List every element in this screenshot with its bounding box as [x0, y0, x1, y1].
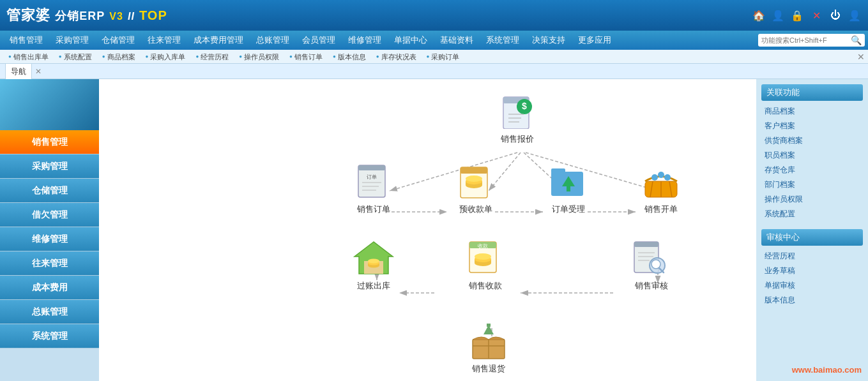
xsshoukuan-icon: 收款: [463, 239, 508, 277]
svg-rect-38: [567, 186, 570, 191]
tab-purchase-inbound[interactable]: 采购入库单: [141, 50, 191, 64]
tab-system-config[interactable]: 系统配置: [54, 50, 97, 64]
panel-section-audit-title: 审核中心: [761, 229, 863, 246]
nav-transactions[interactable]: 往来管理: [141, 31, 187, 50]
sidebar-top-decoration: [0, 79, 99, 130]
svg-text:订单: 订单: [367, 174, 377, 180]
flow-item-xskaidan[interactable]: 销售开单: [632, 162, 690, 215]
panel-section-related-title: 关联功能: [761, 84, 863, 101]
xskaidan-icon: [639, 162, 683, 200]
svg-rect-71: [487, 324, 491, 327]
panel-link-dept-file[interactable]: 部门档案: [761, 177, 863, 192]
nav-member[interactable]: 会员管理: [296, 31, 342, 50]
svg-point-2: [48, 82, 93, 114]
search-input[interactable]: [761, 36, 851, 44]
panel-link-version-info[interactable]: 版本信息: [761, 293, 863, 308]
flow-item-guozhangchuku[interactable]: 过账出库: [345, 239, 402, 292]
panel-link-draft[interactable]: 业务草稿: [761, 264, 863, 278]
nav-purchase[interactable]: 采购管理: [49, 31, 95, 50]
flow-item-xstuihuo[interactable]: 销售退货: [460, 322, 517, 375]
svg-point-43: [651, 174, 658, 181]
header-icons: 🏠 👤 🔒 ✕ ⏻ 👤: [752, 8, 862, 22]
nav-sales[interactable]: 销售管理: [3, 31, 49, 50]
sidebar-item-transactions[interactable]: 往来管理: [0, 251, 99, 276]
nav-label-tab[interactable]: 导航: [5, 62, 32, 80]
guozhangchuku-label: 过账出库: [357, 280, 390, 292]
panel-link-supplier-file[interactable]: 供货商档案: [761, 133, 863, 148]
flow-item-xsshoukuan[interactable]: 收款 销售收款: [457, 239, 514, 292]
nav-more[interactable]: 更多应用: [572, 31, 618, 50]
person-icon[interactable]: 👤: [771, 8, 785, 22]
sidebar-menu: 销售管理 采购管理 仓储管理 借欠管理 维修管理 往来管理 成本费用 总账管理 …: [0, 130, 99, 348]
sidebar-item-system[interactable]: 系统管理: [0, 324, 99, 348]
panel-link-history[interactable]: 经营历程: [761, 249, 863, 264]
sidebar-item-debt[interactable]: 借欠管理: [0, 203, 99, 227]
sidebar-item-ledger[interactable]: 总账管理: [0, 300, 99, 324]
panel-link-staff-file[interactable]: 职员档案: [761, 148, 863, 163]
sidebar-item-warehouse[interactable]: 仓储管理: [0, 179, 99, 203]
tab-stock-status[interactable]: 库存状况表: [371, 50, 422, 64]
flow-item-dingdanshouli[interactable]: 订单受理: [540, 162, 597, 215]
panel-link-operator-permissions[interactable]: 操作员权限: [761, 192, 863, 207]
tab-purchase-order[interactable]: 采购订单: [422, 50, 465, 64]
left-sidebar: 销售管理 采购管理 仓储管理 借欠管理 维修管理 往来管理 成本费用 总账管理 …: [0, 79, 99, 381]
sidebar-item-repair[interactable]: 维修管理: [0, 227, 99, 251]
nav-label-bar: 导航 ✕: [0, 64, 868, 79]
nav-warehouse[interactable]: 仓储管理: [95, 31, 141, 50]
nav-label-close[interactable]: ✕: [35, 64, 42, 79]
svg-point-51: [368, 259, 379, 264]
flow-item-yukuandan[interactable]: 预收款单: [447, 162, 505, 215]
power-icon[interactable]: ⏻: [828, 8, 842, 22]
tab-sales-outbound[interactable]: 销售出库单: [3, 50, 54, 64]
flow-item-xsdindan[interactable]: 订单 销售订单: [345, 162, 402, 215]
nav-cost[interactable]: 成本费用管理: [187, 31, 250, 50]
panel-link-customer-file[interactable]: 客户档案: [761, 119, 863, 133]
panel-link-warehouse[interactable]: 存货仓库: [761, 163, 863, 177]
nav-ledger[interactable]: 总账管理: [250, 31, 296, 50]
svg-point-45: [664, 174, 671, 181]
flow-item-xsshenhe[interactable]: 销售审核: [623, 239, 680, 292]
search-icon[interactable]: 🔍: [851, 35, 862, 45]
tab-version-info[interactable]: 版本信息: [328, 50, 371, 64]
dingdanshouli-label: 订单受理: [552, 204, 585, 215]
svg-point-58: [475, 253, 491, 260]
tabs-close-button[interactable]: ✕: [857, 52, 865, 62]
flow-item-xsbaojia[interactable]: $ 销售报价: [489, 92, 546, 145]
dingdanshouli-icon: [546, 162, 591, 200]
main-area: 销售管理 采购管理 仓储管理 借欠管理 维修管理 往来管理 成本费用 总账管理 …: [0, 79, 868, 381]
xsbaojia-icon: $: [495, 92, 540, 130]
guozhangchuku-icon: [351, 239, 396, 277]
center-content: $ 销售报价 订单: [99, 79, 756, 381]
xsbaojia-label: 销售报价: [501, 133, 534, 145]
nav-basic-data[interactable]: 基础资料: [434, 31, 480, 50]
panel-link-goods-file[interactable]: 商品档案: [761, 104, 863, 119]
tab-goods-file[interactable]: 商品档案: [97, 50, 141, 64]
panel-link-system-config[interactable]: 系统配置: [761, 207, 863, 221]
search-box[interactable]: 🔍: [758, 34, 865, 47]
svg-point-34: [466, 176, 482, 182]
home-icon[interactable]: 🏠: [752, 8, 766, 22]
xsshenhe-icon: [629, 239, 674, 277]
svg-text:$: $: [522, 101, 527, 111]
nav-decision[interactable]: 决策支持: [526, 31, 572, 50]
header: 管家婆 分销ERP V3 II TOP 🏠 👤 🔒 ✕ ⏻ 👤: [0, 0, 868, 31]
tab-sales-order[interactable]: 销售订单: [284, 50, 328, 64]
yukuandan-label: 预收款单: [459, 204, 492, 215]
sidebar-item-purchase[interactable]: 采购管理: [0, 154, 99, 179]
user-icon[interactable]: 👤: [848, 8, 862, 22]
sidebar-item-sales[interactable]: 销售管理: [0, 130, 99, 154]
flow-diagram: $ 销售报价 订单: [99, 79, 756, 381]
svg-rect-60: [634, 242, 659, 247]
xsdindan-label: 销售订单: [357, 204, 390, 215]
sidebar-item-cost[interactable]: 成本费用: [0, 276, 99, 300]
svg-point-1: [6, 89, 70, 130]
nav-system[interactable]: 系统管理: [480, 31, 526, 50]
tab-history[interactable]: 经营历程: [190, 50, 234, 64]
panel-link-voucher-audit[interactable]: 单据审核: [761, 278, 863, 293]
lock-icon[interactable]: 🔒: [790, 8, 804, 22]
nav-repair[interactable]: 维修管理: [342, 31, 388, 50]
close-circle-icon[interactable]: ✕: [809, 8, 823, 22]
tab-operator-permissions[interactable]: 操作员权限: [234, 50, 284, 64]
xsdindan-icon: 订单: [351, 162, 396, 200]
nav-voucher-center[interactable]: 单据中心: [388, 31, 434, 50]
